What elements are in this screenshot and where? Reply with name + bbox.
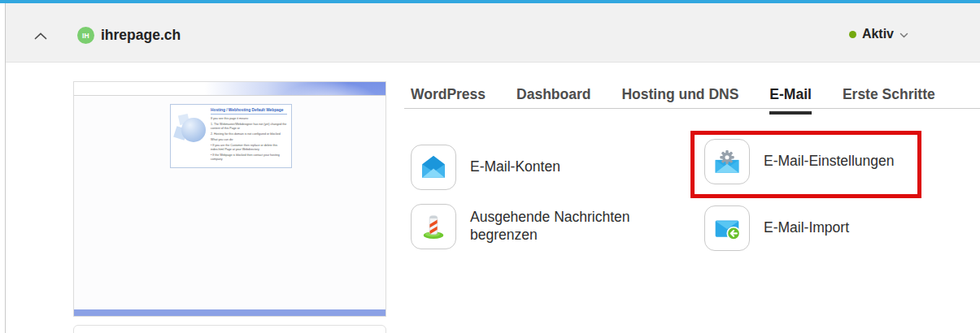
preview-text-line: • If you are the Customer then replace o… — [211, 144, 287, 151]
action-email-einstellungen[interactable]: E-Mail-Einstellungen — [704, 139, 895, 184]
email-accounts-icon — [411, 145, 456, 190]
action-label: E-Mail-Einstellungen — [764, 153, 895, 171]
avatar-initials: IH — [82, 32, 89, 40]
chevron-down-icon — [899, 27, 908, 41]
email-import-icon — [704, 205, 750, 251]
site-preview-thumbnail[interactable]: Hosting / Webhosting Default Webpage If … — [73, 81, 386, 317]
preview-text-line: • If the Webpage is blocked then contact… — [211, 154, 287, 161]
tab-dashboard[interactable]: Dashboard — [516, 86, 590, 108]
globe-icon — [174, 108, 208, 155]
page-title: ihrepage.ch — [101, 27, 181, 44]
action-ausgehende-nachrichten-begrenzen[interactable]: Ausgehende Nachrichten begrenzen — [411, 204, 641, 249]
default-webpage-card: Hosting / Webhosting Default Webpage If … — [170, 104, 292, 168]
tab-hosting-und-dns[interactable]: Hosting und DNS — [621, 86, 738, 108]
action-label: Ausgehende Nachrichten begrenzen — [470, 209, 641, 244]
email-settings-icon — [704, 139, 750, 184]
status-dropdown[interactable]: Aktiv — [849, 27, 908, 41]
preview-text-line: 2. Hosting for this domain is not config… — [211, 132, 287, 136]
preview-header-swoosh — [74, 82, 385, 96]
tab-erste-schritte[interactable]: Erste Schritte — [843, 86, 935, 108]
preview-text-line: What you can do: — [211, 138, 287, 142]
avatar: IH — [77, 27, 94, 44]
tab-email[interactable]: E-Mail — [769, 86, 812, 108]
status-badge: Aktiv — [862, 27, 894, 41]
preview-footer-bar — [74, 309, 385, 316]
default-webpage-text: Hosting / Webhosting Default Webpage If … — [211, 108, 287, 163]
collapse-button[interactable] — [30, 25, 51, 46]
action-label: E-Mail-Konten — [470, 158, 560, 176]
limit-outgoing-messages-icon — [411, 204, 456, 249]
preview-text-line: 1. The Webmaster/Webdesigner has not (ye… — [211, 123, 287, 130]
domain-panel: IH ihrepage.ch Aktiv Hosting / Webhostin… — [0, 0, 980, 333]
action-email-konten[interactable]: E-Mail-Konten — [411, 145, 560, 190]
chevron-up-icon — [34, 30, 47, 42]
next-card-stub — [73, 325, 386, 333]
action-label: E-Mail-Import — [764, 219, 849, 237]
domain-tabs: WordPress Dashboard Hosting und DNS E-Ma… — [404, 81, 980, 109]
action-email-import[interactable]: E-Mail-Import — [704, 205, 849, 251]
default-webpage-title: Hosting / Webhosting Default Webpage — [211, 108, 287, 115]
tab-wordpress[interactable]: WordPress — [411, 86, 486, 108]
status-dot-icon — [849, 31, 856, 38]
preview-text-line: If you see this page it means: — [211, 117, 287, 121]
domain-card-header: IH ihrepage.ch Aktiv — [6, 3, 980, 63]
